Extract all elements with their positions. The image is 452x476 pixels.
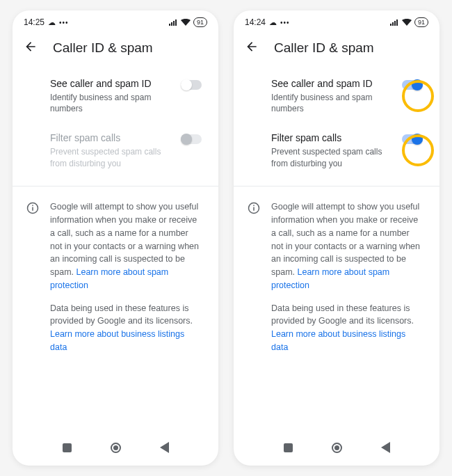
wifi-icon: [181, 19, 191, 26]
signal-icon: [390, 19, 399, 26]
setting-subtitle: Identify business and spam numbers: [50, 92, 174, 116]
signal-icon: [169, 19, 178, 26]
info-icon: [26, 202, 39, 363]
phone-screen-right: 14:24 ☁ ••• 91 Caller ID & spam See call…: [234, 10, 439, 466]
nav-bar: [13, 436, 218, 459]
setting-caller-id[interactable]: See caller and spam ID Identify business…: [13, 69, 218, 123]
info-section: Google will attempt to show you useful i…: [234, 187, 439, 363]
battery-icon: 91: [193, 17, 207, 27]
status-left: 14:24 ☁ •••: [245, 17, 290, 27]
status-right: 91: [390, 17, 428, 27]
status-right: 91: [169, 17, 207, 27]
setting-subtitle: Prevent suspected spam calls from distur…: [271, 146, 395, 170]
battery-icon: 91: [414, 17, 428, 27]
toggle-caller-id[interactable]: [181, 80, 202, 90]
svg-rect-4: [253, 207, 255, 211]
nav-home-icon[interactable]: [332, 443, 342, 453]
back-arrow-icon[interactable]: [245, 40, 259, 56]
toggle-caller-id[interactable]: [402, 80, 423, 90]
svg-rect-5: [253, 205, 255, 207]
setting-filter-spam[interactable]: Filter spam calls Prevent suspected spam…: [234, 123, 439, 177]
nav-recent-icon[interactable]: [63, 443, 72, 452]
info-text: Google will attempt to show you useful i…: [271, 200, 423, 363]
toggle-filter-spam[interactable]: [402, 134, 423, 144]
nav-bar: [234, 436, 439, 459]
nav-home-icon[interactable]: [111, 443, 121, 453]
link-business-listings[interactable]: Learn more about business listings data: [50, 329, 184, 352]
setting-subtitle: Prevent suspected spam calls from distur…: [50, 146, 174, 170]
clock-text: 14:25: [24, 17, 45, 27]
page-title: Caller ID & spam: [53, 40, 153, 56]
cloud-icon: ☁: [48, 18, 56, 27]
svg-rect-2: [32, 205, 33, 207]
phone-screen-left: 14:25 ☁ ••• 91 Caller ID & spam See call…: [13, 10, 218, 466]
more-icon: •••: [280, 19, 290, 26]
status-bar: 14:25 ☁ ••• 91: [13, 10, 218, 31]
setting-filter-spam: Filter spam calls Prevent suspected spam…: [13, 123, 218, 177]
settings-list: See caller and spam ID Identify business…: [234, 66, 439, 180]
link-business-listings[interactable]: Learn more about business listings data: [271, 329, 405, 352]
status-bar: 14:24 ☁ ••• 91: [234, 10, 439, 31]
nav-back-icon[interactable]: [160, 442, 169, 453]
back-arrow-icon[interactable]: [24, 40, 38, 56]
setting-caller-id[interactable]: See caller and spam ID Identify business…: [234, 69, 439, 123]
header: Caller ID & spam: [234, 31, 439, 66]
svg-rect-1: [32, 207, 33, 211]
toggle-filter-spam: [181, 134, 202, 144]
more-icon: •••: [59, 19, 69, 26]
setting-title: Filter spam calls: [271, 132, 395, 145]
setting-subtitle: Identify business and spam numbers: [271, 92, 395, 116]
settings-list: See caller and spam ID Identify business…: [13, 66, 218, 180]
header: Caller ID & spam: [13, 31, 218, 66]
setting-title: Filter spam calls: [50, 132, 174, 145]
nav-back-icon[interactable]: [381, 442, 390, 453]
status-left: 14:25 ☁ •••: [24, 17, 69, 27]
info-section: Google will attempt to show you useful i…: [13, 187, 218, 363]
cloud-icon: ☁: [269, 18, 277, 27]
setting-title: See caller and spam ID: [271, 77, 395, 91]
wifi-icon: [402, 19, 412, 26]
nav-recent-icon[interactable]: [284, 443, 293, 452]
info-text: Google will attempt to show you useful i…: [50, 200, 202, 363]
setting-title: See caller and spam ID: [50, 77, 174, 91]
clock-text: 14:24: [245, 17, 266, 27]
page-title: Caller ID & spam: [274, 40, 374, 56]
info-icon: [248, 202, 260, 363]
